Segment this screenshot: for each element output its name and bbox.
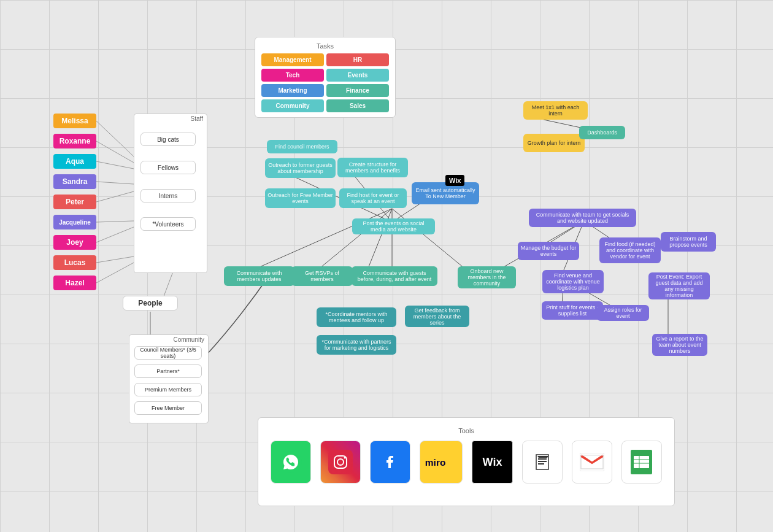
svg-point-32 — [344, 457, 346, 459]
task-events[interactable]: Events — [326, 69, 389, 82]
node-communicate-guests[interactable]: Communicate with guests before, during, … — [352, 266, 437, 286]
svg-text:miro: miro — [425, 457, 446, 468]
staff-jacqueline[interactable]: Jacqueline — [53, 215, 96, 229]
node-get-rsvps[interactable]: Get RSVPs of members — [291, 266, 353, 286]
tools-row: miro Wix — [271, 441, 662, 484]
community-council[interactable]: Council Members* (3/5 seats) — [134, 346, 202, 360]
task-management[interactable]: Management — [261, 53, 324, 66]
node-growth-plan[interactable]: Growth plan for intern — [523, 134, 585, 152]
node-email-auto[interactable]: Email sent automatically To New Member — [412, 182, 479, 204]
instagram-icon[interactable] — [320, 441, 361, 484]
task-finance[interactable]: Finance — [326, 84, 389, 97]
node-post-event-export[interactable]: Post Event: Export guest data and add an… — [648, 272, 710, 299]
task-sales[interactable]: Sales — [326, 99, 389, 112]
gmail-icon[interactable] — [572, 441, 612, 484]
svg-rect-43 — [634, 456, 649, 468]
svg-line-8 — [96, 263, 134, 283]
svg-rect-29 — [328, 450, 353, 474]
wix-tool-icon[interactable]: Wix — [472, 441, 512, 484]
node-communicate-team[interactable]: Communicate with team to get socials and… — [529, 209, 636, 227]
node-find-council[interactable]: Find council members — [267, 140, 337, 153]
canvas: Tasks Management HR Tech Events Marketin… — [0, 0, 773, 532]
svg-line-2 — [96, 161, 134, 169]
svg-line-3 — [96, 182, 134, 184]
node-give-report[interactable]: Give a report to the team about event nu… — [652, 334, 707, 356]
tasks-grid: Management HR Tech Events Marketing Fina… — [261, 53, 389, 112]
community-container: Community Council Members* (3/5 seats) P… — [129, 334, 209, 423]
node-outreach-free[interactable]: Outreach for Free Member events — [265, 188, 336, 208]
task-marketing[interactable]: Marketing — [261, 84, 324, 97]
node-coordinate-mentors[interactable]: *Coordinate mentors with mentees and fol… — [317, 307, 396, 327]
tools-title: Tools — [271, 427, 662, 434]
community-title: Community — [129, 335, 208, 344]
staff-melissa[interactable]: Melissa — [53, 114, 96, 128]
svg-line-0 — [96, 121, 134, 156]
community-premium[interactable]: Premium Members — [134, 383, 202, 396]
svg-line-7 — [96, 256, 134, 263]
svg-line-1 — [96, 141, 134, 163]
google-sheets-icon[interactable] — [621, 441, 662, 484]
staff-lucas[interactable]: Lucas — [53, 255, 96, 270]
staff-container-title: Staff — [134, 114, 207, 123]
node-outreach-former[interactable]: Outreach to former guests about membersh… — [265, 158, 336, 178]
node-onboard-new[interactable]: Onboard new members in the community — [458, 266, 516, 288]
node-communicate-members[interactable]: Communicate with members updates — [224, 266, 294, 286]
facebook-icon[interactable] — [370, 441, 410, 484]
node-brainstorm[interactable]: Brainstorm and propose events — [661, 232, 716, 252]
node-communicate-partners[interactable]: *Communicate with partners for marketing… — [317, 335, 396, 355]
node-dashboards[interactable]: Dashboards — [579, 126, 625, 139]
node-manage-budget[interactable]: Manage the budget for events — [518, 242, 579, 260]
tasks-panel: Tasks Management HR Tech Events Marketin… — [255, 37, 396, 118]
staff-fellows[interactable]: Fellows — [140, 161, 196, 174]
node-find-food[interactable]: Find food (if needed) and coordinate wit… — [599, 237, 661, 263]
task-community[interactable]: Community — [261, 99, 324, 112]
svg-rect-37 — [538, 458, 547, 460]
staff-aqua[interactable]: Aqua — [53, 154, 96, 169]
staff-peter[interactable]: Peter — [53, 195, 96, 209]
node-assign-roles[interactable]: Assign roles for event — [597, 305, 649, 321]
staff-big-cats[interactable]: Big cats — [140, 133, 196, 146]
node-find-venue[interactable]: Find venue and coordinate with venue log… — [542, 270, 604, 293]
community-partners[interactable]: Partners* — [134, 364, 202, 378]
node-post-events[interactable]: Post the events on social media and webs… — [352, 218, 435, 234]
svg-rect-39 — [538, 463, 544, 465]
node-find-host[interactable]: Find host for event or speak at an event — [339, 188, 407, 208]
notion-icon[interactable] — [522, 441, 563, 484]
tools-panel: Tools — [258, 417, 675, 506]
staff-interns[interactable]: Interns — [140, 189, 196, 202]
wix-badge[interactable]: Wix — [445, 175, 464, 186]
node-create-structure[interactable]: Create structure for members and benefit… — [337, 158, 408, 177]
staff-volunteers[interactable]: *Volunteers — [140, 217, 196, 231]
svg-rect-38 — [538, 461, 547, 462]
svg-line-6 — [96, 227, 134, 242]
task-tech[interactable]: Tech — [261, 69, 324, 82]
svg-line-4 — [96, 191, 134, 202]
staff-container: Staff Big cats Fellows Interns *Voluntee… — [134, 114, 207, 273]
community-free[interactable]: Free Member — [134, 401, 202, 415]
svg-line-5 — [96, 221, 134, 222]
tasks-title: Tasks — [261, 42, 389, 50]
staff-joey[interactable]: Joey — [53, 235, 96, 250]
miro-icon[interactable]: miro — [420, 441, 463, 484]
staff-hazel[interactable]: Hazel — [53, 276, 96, 290]
task-hr[interactable]: HR — [326, 53, 389, 66]
node-print-stuff[interactable]: Print stuff for events - supplies list — [542, 301, 603, 320]
people-box[interactable]: People — [123, 296, 178, 310]
whatsapp-icon[interactable] — [271, 441, 311, 484]
staff-sandra[interactable]: Sandra — [53, 174, 96, 189]
node-meet-1x1[interactable]: Meet 1x1 with each intern — [523, 101, 588, 120]
node-get-feedback[interactable]: Get feedback from members about the seri… — [405, 306, 469, 327]
staff-roxanne[interactable]: Roxanne — [53, 134, 96, 148]
